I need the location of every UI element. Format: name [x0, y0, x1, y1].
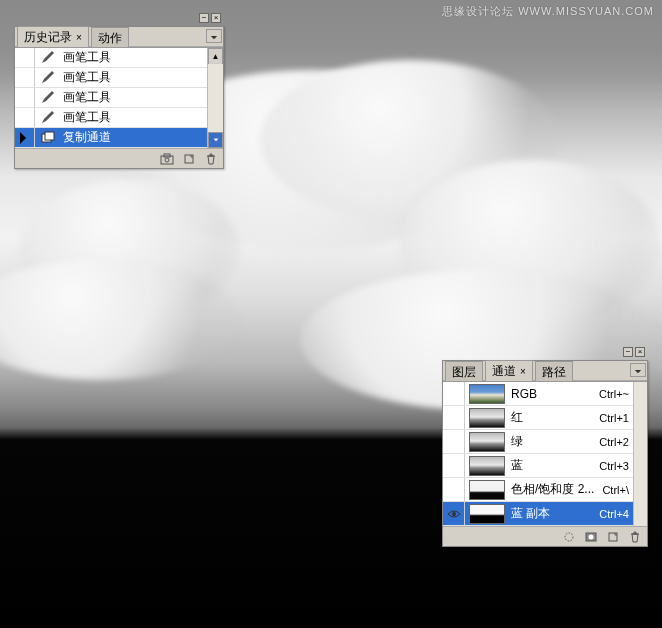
history-row[interactable]: 复制通道 [15, 128, 223, 148]
svg-point-6 [452, 512, 456, 516]
channels-list: RGBCtrl+~红Ctrl+1绿Ctrl+2蓝Ctrl+3色相/饱和度 2..… [443, 381, 647, 526]
load-selection-button[interactable] [559, 529, 579, 545]
channel-row[interactable]: 蓝 副本Ctrl+4 [443, 502, 647, 526]
history-row-label: 复制通道 [61, 129, 223, 146]
svg-rect-1 [45, 132, 54, 140]
delete-channel-button[interactable] [625, 529, 645, 545]
scroll-up-button[interactable]: ▲ [208, 48, 223, 64]
brush-icon [35, 48, 61, 67]
channels-panel-header: 图层 通道× 路径 [443, 361, 647, 381]
visibility-toggle[interactable] [443, 406, 465, 429]
history-row[interactable]: 画笔工具 [15, 88, 223, 108]
channel-thumbnail [469, 456, 505, 476]
history-list: 画笔工具画笔工具画笔工具画笔工具复制通道 ▲ [15, 47, 223, 148]
channel-row[interactable]: 绿Ctrl+2 [443, 430, 647, 454]
history-row[interactable]: 画笔工具 [15, 48, 223, 68]
new-document-button[interactable] [179, 151, 199, 167]
channel-row[interactable]: RGBCtrl+~ [443, 382, 647, 406]
channel-thumbnail [469, 384, 505, 404]
history-panel-header: 历史记录× 动作 [15, 27, 223, 47]
channels-footer [443, 526, 647, 546]
scrollbar[interactable] [633, 382, 647, 526]
panel-menu-button[interactable] [206, 29, 222, 43]
channel-row[interactable]: 蓝Ctrl+3 [443, 454, 647, 478]
visibility-toggle[interactable] [443, 430, 465, 453]
channel-dup-icon [35, 128, 61, 147]
svg-rect-5 [185, 155, 193, 163]
tab-history[interactable]: 历史记录× [17, 26, 89, 49]
svg-rect-10 [609, 533, 617, 541]
channel-thumbnail [469, 504, 505, 524]
minimize-button[interactable]: − [623, 347, 633, 357]
channel-label: 蓝 [509, 457, 599, 474]
channel-thumbnail [469, 408, 505, 428]
tab-channels[interactable]: 通道× [485, 360, 533, 383]
history-row[interactable]: 画笔工具 [15, 68, 223, 88]
close-button[interactable]: × [635, 347, 645, 357]
delete-button[interactable] [201, 151, 221, 167]
channel-row[interactable]: 红Ctrl+1 [443, 406, 647, 430]
brush-icon [35, 88, 61, 107]
channel-thumbnail [469, 432, 505, 452]
history-footer [15, 148, 223, 168]
visibility-toggle[interactable] [443, 502, 465, 525]
history-state-toggle[interactable] [15, 68, 35, 87]
history-marker-icon [20, 132, 26, 144]
brush-icon [35, 68, 61, 87]
new-snapshot-button[interactable] [157, 151, 177, 167]
tab-layers[interactable]: 图层 [445, 361, 483, 383]
visibility-toggle[interactable] [443, 382, 465, 405]
visibility-toggle[interactable] [443, 478, 465, 501]
svg-point-4 [165, 158, 169, 162]
brush-icon [35, 108, 61, 127]
new-channel-button[interactable] [603, 529, 623, 545]
channel-label: RGB [509, 387, 599, 401]
history-row-label: 画笔工具 [61, 109, 223, 126]
minimize-button[interactable]: − [199, 13, 209, 23]
close-icon[interactable]: × [76, 32, 82, 43]
tab-paths[interactable]: 路径 [535, 361, 573, 383]
channel-label: 绿 [509, 433, 599, 450]
scrollbar[interactable]: ▲ [207, 48, 223, 148]
history-row-label: 画笔工具 [61, 49, 223, 66]
history-row-label: 画笔工具 [61, 89, 223, 106]
visibility-toggle[interactable] [443, 454, 465, 477]
history-state-toggle[interactable] [15, 128, 35, 147]
close-button[interactable]: × [211, 13, 221, 23]
history-row-label: 画笔工具 [61, 69, 223, 86]
channel-thumbnail [469, 480, 505, 500]
tab-actions[interactable]: 动作 [91, 27, 129, 49]
close-icon[interactable]: × [520, 366, 526, 377]
history-state-toggle[interactable] [15, 108, 35, 127]
history-state-toggle[interactable] [15, 88, 35, 107]
channel-label: 蓝 副本 [509, 505, 599, 522]
channel-row[interactable]: 色相/饱和度 2...Ctrl+\ [443, 478, 647, 502]
channel-label: 红 [509, 409, 599, 426]
history-panel: − × 历史记录× 动作 画笔工具画笔工具画笔工具画笔工具复制通道 ▲ [14, 26, 224, 169]
eye-icon [447, 509, 461, 519]
scroll-down-button[interactable] [208, 132, 223, 148]
save-selection-button[interactable] [581, 529, 601, 545]
svg-point-9 [589, 534, 594, 539]
history-row[interactable]: 画笔工具 [15, 108, 223, 128]
channel-label: 色相/饱和度 2... [509, 481, 602, 498]
svg-point-7 [565, 533, 573, 541]
channels-panel: − × 图层 通道× 路径 RGBCtrl+~红Ctrl+1绿Ctrl+2蓝Ct… [442, 360, 648, 547]
panel-menu-button[interactable] [630, 363, 646, 377]
watermark-text: 思缘设计论坛 WWW.MISSYUAN.COM [442, 4, 654, 19]
history-state-toggle[interactable] [15, 48, 35, 67]
